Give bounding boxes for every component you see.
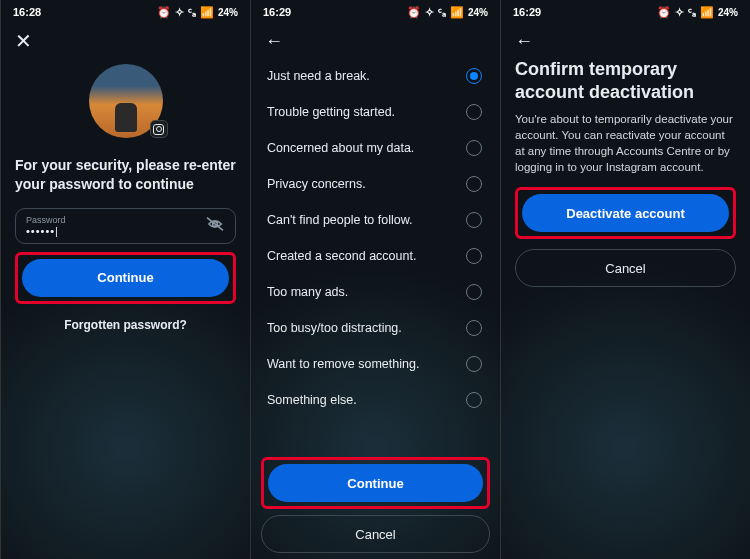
highlight-continue: Continue: [261, 457, 490, 509]
status-icons: ⏰ ✧ ᶜₐ 📶 24%: [657, 6, 738, 19]
reason-option[interactable]: Can't find people to follow.: [265, 202, 486, 238]
deactivate-button[interactable]: Deactivate account: [522, 194, 729, 232]
alarm-icon: ⏰: [157, 6, 171, 19]
status-icons: ⏰ ✧ ᶜₐ 📶 24%: [157, 6, 238, 19]
radio-icon[interactable]: [466, 356, 482, 372]
reason-option[interactable]: Concerned about my data.: [265, 130, 486, 166]
reason-option[interactable]: Too busy/too distracting.: [265, 310, 486, 346]
status-time: 16:28: [13, 6, 41, 18]
volte-icon: ᶜₐ: [688, 6, 696, 19]
battery-text: 24%: [718, 7, 738, 18]
avatar-container: [15, 64, 236, 138]
reasons-list: Just need a break.Trouble getting starte…: [265, 58, 486, 418]
nav-bar: ✕: [1, 24, 250, 58]
status-bar: 16:28 ⏰ ✧ ᶜₐ 📶 24%: [1, 0, 250, 24]
close-icon[interactable]: ✕: [15, 29, 32, 53]
alarm-icon: ⏰: [657, 6, 671, 19]
radio-icon[interactable]: [466, 68, 482, 84]
volte-icon: ᶜₐ: [438, 6, 446, 19]
forgot-password-link[interactable]: Forgotten password?: [15, 318, 236, 332]
reason-label: Privacy concerns.: [267, 177, 366, 191]
radio-icon[interactable]: [466, 392, 482, 408]
reason-option[interactable]: Something else.: [265, 382, 486, 418]
signal-icon: 📶: [700, 6, 714, 19]
signal-icon: 📶: [200, 6, 214, 19]
password-label: Password: [26, 215, 205, 225]
reason-label: Want to remove something.: [267, 357, 419, 371]
eye-off-icon[interactable]: [205, 216, 225, 236]
reason-option[interactable]: Want to remove something.: [265, 346, 486, 382]
reason-option[interactable]: Trouble getting started.: [265, 94, 486, 130]
password-value: ••••••|: [26, 225, 205, 237]
reason-label: Too many ads.: [267, 285, 348, 299]
screen-confirm: 16:29 ⏰ ✧ ᶜₐ 📶 24% ← Confirm temporary a…: [500, 0, 750, 559]
status-bar: 16:29 ⏰ ✧ ᶜₐ 📶 24%: [251, 0, 500, 24]
reason-label: Too busy/too distracting.: [267, 321, 402, 335]
radio-icon[interactable]: [466, 284, 482, 300]
vibrate-icon: ✧: [175, 6, 184, 19]
back-icon[interactable]: ←: [515, 31, 533, 52]
cancel-button[interactable]: Cancel: [261, 515, 490, 553]
radio-icon[interactable]: [466, 320, 482, 336]
radio-icon[interactable]: [466, 140, 482, 156]
radio-icon[interactable]: [466, 212, 482, 228]
highlight-deactivate: Deactivate account: [515, 187, 736, 239]
reason-label: Trouble getting started.: [267, 105, 395, 119]
nav-bar: ←: [251, 24, 500, 58]
reason-label: Can't find people to follow.: [267, 213, 413, 227]
continue-button[interactable]: Continue: [22, 259, 229, 297]
back-icon[interactable]: ←: [265, 31, 283, 52]
battery-text: 24%: [468, 7, 488, 18]
reason-option[interactable]: Created a second account.: [265, 238, 486, 274]
status-bar: 16:29 ⏰ ✧ ᶜₐ 📶 24%: [501, 0, 750, 24]
battery-text: 24%: [218, 7, 238, 18]
highlight-continue: Continue: [15, 252, 236, 304]
radio-icon[interactable]: [466, 176, 482, 192]
page-description: You're about to temporarily deactivate y…: [515, 111, 736, 175]
signal-icon: 📶: [450, 6, 464, 19]
instagram-icon: [150, 120, 168, 138]
status-time: 16:29: [513, 6, 541, 18]
screen-password: 16:28 ⏰ ✧ ᶜₐ 📶 24% ✕ For your security, …: [0, 0, 250, 559]
page-title: Confirm temporary account deactivation: [515, 58, 736, 103]
vibrate-icon: ✧: [425, 6, 434, 19]
reason-option[interactable]: Too many ads.: [265, 274, 486, 310]
reason-label: Concerned about my data.: [267, 141, 414, 155]
screen-reasons: 16:29 ⏰ ✧ ᶜₐ 📶 24% ← Just need a break.T…: [250, 0, 500, 559]
password-field[interactable]: Password ••••••|: [15, 208, 236, 244]
reason-label: Created a second account.: [267, 249, 416, 263]
cancel-button[interactable]: Cancel: [515, 249, 736, 287]
reason-option[interactable]: Privacy concerns.: [265, 166, 486, 202]
reason-label: Something else.: [267, 393, 357, 407]
volte-icon: ᶜₐ: [188, 6, 196, 19]
nav-bar: ←: [501, 24, 750, 58]
reason-label: Just need a break.: [267, 69, 370, 83]
vibrate-icon: ✧: [675, 6, 684, 19]
alarm-icon: ⏰: [407, 6, 421, 19]
status-icons: ⏰ ✧ ᶜₐ 📶 24%: [407, 6, 488, 19]
continue-button[interactable]: Continue: [268, 464, 483, 502]
radio-icon[interactable]: [466, 248, 482, 264]
security-prompt: For your security, please re-enter your …: [15, 156, 236, 194]
radio-icon[interactable]: [466, 104, 482, 120]
reason-option[interactable]: Just need a break.: [265, 58, 486, 94]
status-time: 16:29: [263, 6, 291, 18]
